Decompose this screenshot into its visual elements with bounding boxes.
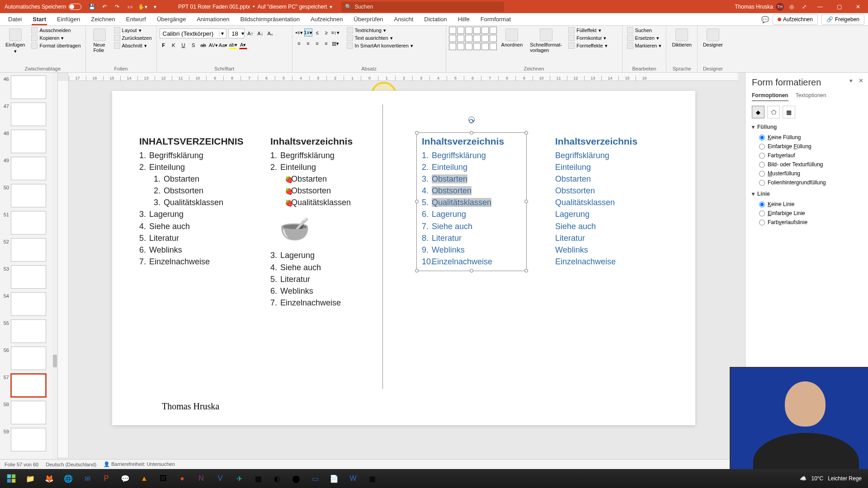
app-icon[interactable]: ▦ [250, 471, 267, 486]
comments-icon[interactable]: 💬 [761, 16, 769, 23]
resize-handle-se[interactable] [524, 269, 528, 272]
slide-thumbnail[interactable]: 59 [2, 428, 56, 451]
fill-option-radio[interactable]: Keine Füllung [759, 133, 862, 142]
font-size-input[interactable] [229, 30, 241, 37]
select-button[interactable]: Markieren▾ [625, 42, 664, 49]
tab-hilfe[interactable]: Hilfe [453, 13, 475, 25]
start-button[interactable] [3, 471, 20, 486]
outlook-icon[interactable]: ✉ [79, 471, 96, 486]
resize-handle-s[interactable] [470, 269, 473, 272]
app-icon[interactable]: 📄 [326, 471, 343, 486]
numbering-icon[interactable]: 1≡▾ [304, 28, 312, 37]
resize-handle-nw[interactable] [415, 131, 419, 135]
resize-handle-n[interactable] [470, 131, 473, 135]
save-icon[interactable]: 💾 [87, 2, 97, 12]
slide-thumbnail[interactable]: 51 [2, 211, 56, 235]
grow-font-icon[interactable]: A↑ [246, 29, 255, 38]
find-button[interactable]: Suchen [625, 27, 664, 34]
slide-panel-scrollbar[interactable] [52, 73, 57, 465]
tab-text-options[interactable]: Textoptionen [796, 92, 826, 101]
replace-button[interactable]: Ersetzen▾ [625, 34, 664, 42]
redo-icon[interactable]: ↷ [112, 2, 122, 12]
touch-mode-icon[interactable]: ✋▾ [137, 2, 147, 12]
tab-einfuegen[interactable]: Einfügen [52, 13, 85, 25]
section-button[interactable]: Abschnitt▾ [112, 42, 154, 49]
user-name[interactable]: Thomas Hruska [735, 4, 773, 10]
slide-editor[interactable]: 1716151413121110987654321012345678910111… [58, 73, 745, 465]
copy-button[interactable]: Kopieren▾ [29, 34, 82, 42]
file-explorer-icon[interactable]: 📁 [22, 471, 39, 486]
slide-thumbnail[interactable]: 55 [2, 319, 56, 343]
fill-line-tab-icon[interactable]: ◆ [752, 106, 764, 118]
onenote-icon[interactable]: N [193, 471, 210, 486]
slide-canvas[interactable]: INHALTSVERZEICHNIS 1.Begriffsklärung 2.E… [112, 91, 695, 425]
slide-thumbnail[interactable]: 46 [2, 75, 56, 99]
clear-formatting-icon[interactable]: Aₓ [266, 29, 274, 38]
coming-soon-icon[interactable]: ◎ [787, 2, 797, 12]
tab-entwurf[interactable]: Entwurf [121, 13, 151, 25]
text-direction-button[interactable]: Textrichtung▾ [345, 27, 415, 34]
slide-thumbnail[interactable]: 50 [2, 184, 56, 207]
maximize-button[interactable]: ▢ [831, 0, 847, 13]
app-icon[interactable]: ▦ [363, 471, 381, 486]
align-left-icon[interactable]: ≡ [295, 39, 303, 47]
ribbon-display-icon[interactable]: ⤢ [799, 2, 809, 12]
tab-shape-options[interactable]: Formoptionen [752, 92, 788, 101]
dictate-button[interactable]: Diktieren [669, 27, 694, 49]
shape-outline-button[interactable]: Formkontur▾ [566, 34, 609, 42]
font-name-combo[interactable]: ▾ [160, 28, 226, 38]
italic-icon[interactable]: K [170, 41, 178, 49]
shadow-icon[interactable]: S [189, 41, 198, 49]
fill-option-radio[interactable]: Bild- oder Texturfüllung [759, 160, 862, 169]
bold-icon[interactable]: F [160, 41, 168, 49]
tab-start[interactable]: Start [27, 13, 52, 25]
tab-aufzeichnen[interactable]: Aufzeichnen [305, 13, 349, 25]
tab-uebergaenge[interactable]: Übergänge [151, 13, 191, 25]
font-name-input[interactable] [160, 29, 219, 38]
chrome-icon[interactable]: 🌐 [60, 471, 77, 486]
minimize-button[interactable]: — [812, 0, 828, 13]
slide-thumbnail[interactable]: 48 [2, 130, 56, 153]
fill-option-radio[interactable]: Musterfüllung [759, 169, 862, 178]
tab-dictation[interactable]: Dictation [419, 13, 453, 25]
fill-option-radio[interactable]: Folienhintergrundfüllung [759, 178, 862, 187]
section-line-header[interactable]: ▾Linie [752, 191, 862, 197]
paste-button[interactable]: Einfügen▾ [3, 27, 28, 56]
bullets-icon[interactable]: •≡▾ [295, 28, 303, 37]
section-fill-header[interactable]: ▾Füllung [752, 124, 862, 130]
resize-handle-ne[interactable] [524, 131, 528, 135]
resize-handle-sw[interactable] [415, 269, 419, 272]
new-slide-button[interactable]: Neue Folie [89, 27, 110, 55]
chevron-down-icon[interactable]: ▾ [219, 30, 226, 37]
line-spacing-icon[interactable]: ≡↕▾ [331, 28, 340, 37]
telegram-icon[interactable]: ✈ [231, 471, 248, 486]
slide-counter[interactable]: Folie 57 von 60 [5, 462, 38, 467]
justify-icon[interactable]: ≡ [322, 39, 330, 47]
tab-zeichnen[interactable]: Zeichnen [85, 13, 120, 25]
vlc-icon[interactable]: ▲ [136, 471, 153, 486]
autosave-toggle[interactable]: Automatisches Speichern [2, 4, 84, 10]
increase-indent-icon[interactable]: ≥ [322, 28, 330, 37]
change-case-icon[interactable]: Aa▾ [219, 41, 227, 49]
size-tab-icon[interactable]: ▦ [783, 106, 795, 118]
resize-handle-w[interactable] [415, 200, 419, 203]
tab-animationen[interactable]: Animationen [191, 13, 235, 25]
tab-ansicht[interactable]: Ansicht [389, 13, 419, 25]
powerpoint-icon[interactable]: P [98, 471, 115, 486]
fill-option-radio[interactable]: Einfarbige Füllung [759, 142, 862, 151]
line-option-radio[interactable]: Farbverlaufslinie [759, 218, 862, 227]
language-status[interactable]: Deutsch (Deutschland) [46, 462, 96, 467]
pane-close-icon[interactable]: ✕ [859, 77, 863, 84]
designer-button[interactable]: Designer [700, 27, 726, 49]
arrange-button[interactable]: Anordnen [499, 27, 526, 49]
resize-handle-e[interactable] [524, 200, 528, 203]
close-button[interactable]: ✕ [850, 0, 866, 13]
photos-icon[interactable]: 🖼 [155, 471, 172, 486]
align-center-icon[interactable]: ≡ [304, 39, 312, 47]
slide-thumbnail[interactable]: 53 [2, 265, 56, 289]
align-right-icon[interactable]: ≡ [313, 39, 321, 47]
line-option-radio[interactable]: Einfarbige Linie [759, 209, 862, 218]
visio-icon[interactable]: V [212, 471, 229, 486]
tab-datei[interactable]: Datei [3, 13, 27, 25]
columns-icon[interactable]: ▥▾ [331, 39, 340, 47]
